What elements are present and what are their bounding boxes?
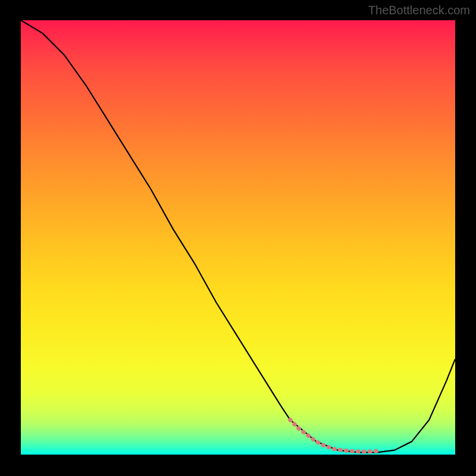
chart-main-curve [21,20,455,452]
chart-svg [21,20,455,455]
chart-highlight-segment [290,420,377,452]
watermark-text: TheBottleneck.com [368,4,470,17]
chart-plot-area [21,20,455,455]
